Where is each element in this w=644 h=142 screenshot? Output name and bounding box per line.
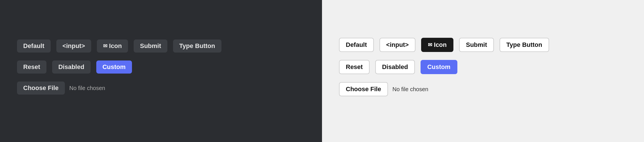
light-submit-label: Submit xyxy=(466,41,487,49)
dark-row3: Choose File No file chosen xyxy=(17,82,305,95)
dark-disabled-label: Disabled xyxy=(58,63,84,71)
light-typebutton-button[interactable]: Type Button xyxy=(500,38,549,52)
light-reset-label: Reset xyxy=(346,63,363,71)
light-reset-button[interactable]: Reset xyxy=(339,60,370,74)
light-submit-button[interactable]: Submit xyxy=(459,38,494,52)
light-row3: Choose File No file chosen xyxy=(339,82,627,96)
dark-reset-label: Reset xyxy=(23,63,40,71)
dark-reset-button[interactable]: Reset xyxy=(17,60,46,74)
dark-input-button[interactable]: <input> xyxy=(56,39,91,53)
light-icon-label: Icon xyxy=(434,41,447,49)
light-default-button[interactable]: Default xyxy=(339,38,374,52)
dark-custom-button[interactable]: Custom xyxy=(96,60,132,74)
envelope-icon-light: ✉ xyxy=(428,42,432,48)
dark-icon-button[interactable]: ✉ Icon xyxy=(97,39,128,53)
dark-no-file-text: No file chosen xyxy=(69,85,105,91)
light-no-file-text: No file chosen xyxy=(393,86,428,93)
dark-choose-file-label: Choose File xyxy=(23,84,59,91)
light-choose-file-button[interactable]: Choose File xyxy=(339,82,388,96)
light-typebutton-label: Type Button xyxy=(506,41,542,49)
dark-choose-file-button[interactable]: Choose File xyxy=(17,82,65,95)
light-custom-button[interactable]: Custom xyxy=(421,60,457,74)
light-icon-button[interactable]: ✉ Icon xyxy=(421,38,453,52)
dark-custom-label: Custom xyxy=(103,63,126,71)
dark-row2: Reset Disabled Custom xyxy=(17,60,305,74)
dark-panel: Default <input> ✉ Icon Submit Type Butto… xyxy=(0,0,322,142)
dark-disabled-button[interactable]: Disabled xyxy=(52,60,91,74)
light-custom-label: Custom xyxy=(427,63,451,71)
dark-icon-label: Icon xyxy=(109,42,122,50)
dark-file-area: Choose File No file chosen xyxy=(17,82,105,95)
light-default-label: Default xyxy=(346,41,367,49)
light-input-label: <input> xyxy=(386,41,409,49)
light-panel: Default <input> ✉ Icon Submit Type Butto… xyxy=(322,0,644,142)
envelope-icon: ✉ xyxy=(103,43,107,49)
light-disabled-button[interactable]: Disabled xyxy=(375,60,415,74)
light-file-area: Choose File No file chosen xyxy=(339,82,428,96)
dark-input-label: <input> xyxy=(63,42,85,50)
light-disabled-label: Disabled xyxy=(382,63,408,71)
dark-default-button[interactable]: Default xyxy=(17,39,51,53)
dark-submit-button[interactable]: Submit xyxy=(134,39,167,53)
dark-submit-label: Submit xyxy=(140,42,161,50)
dark-typebutton-button[interactable]: Type Button xyxy=(173,39,221,53)
light-row2: Reset Disabled Custom xyxy=(339,60,627,74)
dark-typebutton-label: Type Button xyxy=(179,42,215,50)
light-choose-file-label: Choose File xyxy=(346,85,381,93)
dark-row1: Default <input> ✉ Icon Submit Type Butto… xyxy=(17,39,305,53)
dark-default-label: Default xyxy=(23,42,44,50)
light-input-button[interactable]: <input> xyxy=(379,38,415,52)
light-row1: Default <input> ✉ Icon Submit Type Butto… xyxy=(339,38,627,52)
